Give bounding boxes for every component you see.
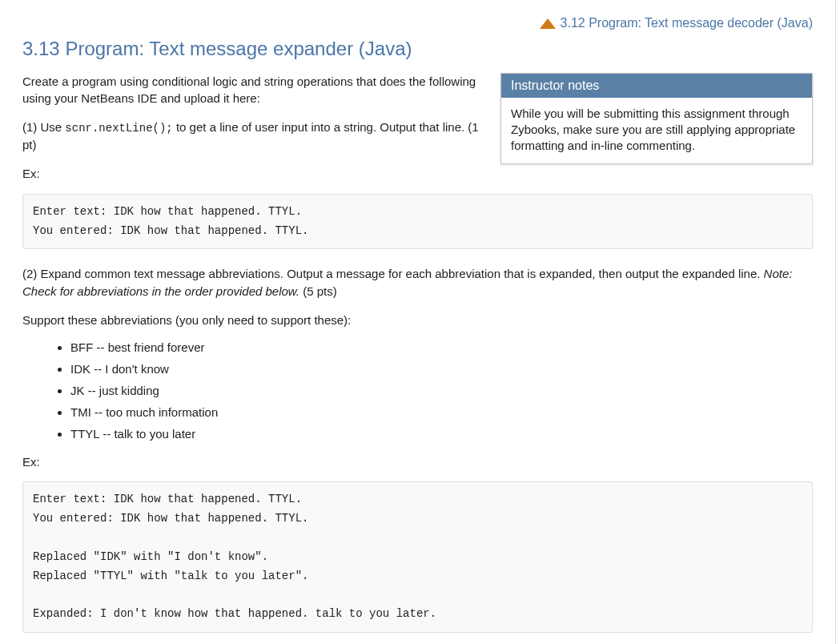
triangle-up-icon (540, 18, 556, 29)
code-block-2: Enter text: IDK how that happened. TTYL.… (22, 481, 813, 633)
step1-code: scnr.nextLine(); (65, 122, 172, 135)
abbreviation-list: BFF -- best friend forever IDK -- I don'… (70, 340, 813, 441)
step2-paragraph: (2) Expand common text message abbreviat… (22, 265, 813, 300)
example1-label: Ex: (22, 165, 813, 183)
instructor-notes-header: Instructor notes (501, 74, 812, 98)
page-title: 3.13 Program: Text message expander (Jav… (22, 38, 813, 60)
instructor-notes-body: While you will be submitting this assign… (501, 98, 812, 164)
prev-section-link[interactable]: 3.12 Program: Text message decoder (Java… (540, 16, 813, 30)
top-nav: 3.12 Program: Text message decoder (Java… (22, 16, 813, 31)
instructor-notes-box: Instructor notes While you will be submi… (500, 73, 813, 165)
prev-section-label: 3.12 Program: Text message decoder (Java… (561, 16, 813, 30)
example2-label: Ex: (22, 453, 813, 471)
code-block-1: Enter text: IDK how that happened. TTYL.… (22, 194, 813, 250)
list-item: TTYL -- talk to you later (70, 427, 813, 441)
list-item: IDK -- I don't know (70, 362, 813, 376)
step1-prefix: (1) Use (22, 120, 65, 134)
list-item: TMI -- too much information (70, 405, 813, 419)
list-item: BFF -- best friend forever (70, 340, 813, 354)
step2-main: (2) Expand common text message abbreviat… (22, 267, 764, 280)
list-item: JK -- just kidding (70, 384, 813, 397)
step2-pts: (5 pts) (299, 284, 337, 298)
support-label: Support these abbreviations (you only ne… (22, 312, 813, 329)
